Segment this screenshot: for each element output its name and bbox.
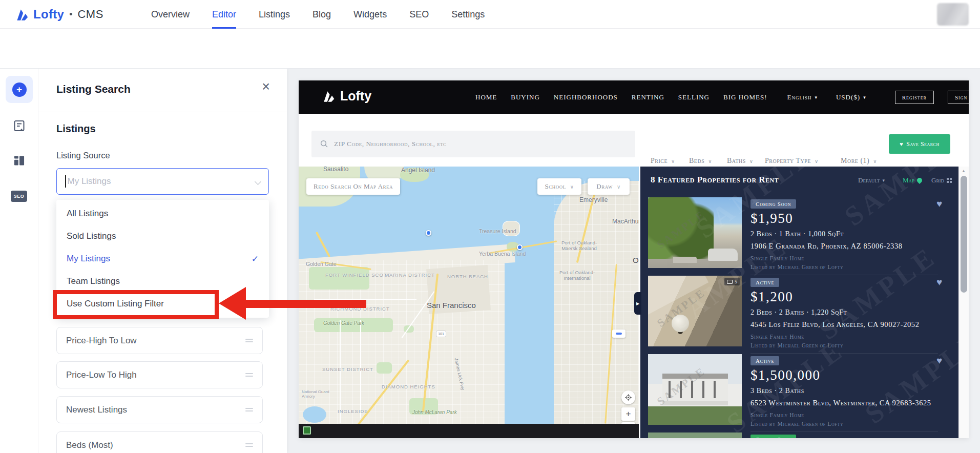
user-avatar[interactable] bbox=[937, 3, 969, 26]
scrollbar-thumb[interactable] bbox=[961, 176, 967, 293]
close-icon[interactable]: × bbox=[262, 80, 270, 94]
site-currency-selector[interactable]: USD($) ▾ bbox=[836, 93, 866, 101]
cms-editor-screen: Lofty • CMS Overview Editor Listings Blo… bbox=[0, 0, 980, 453]
sort-card-price-high-low[interactable]: Price-High To Low bbox=[56, 327, 263, 354]
photo-count-badge: 5 bbox=[724, 278, 740, 285]
sort-card-beds[interactable]: Beds (Most) bbox=[56, 431, 263, 453]
filter-label: Price bbox=[651, 157, 668, 165]
add-widget-button[interactable]: + bbox=[6, 76, 33, 103]
photos-icon bbox=[727, 280, 733, 284]
results-heading: 8 Featured Properties for Rent bbox=[651, 175, 779, 185]
site-nav-buying[interactable]: BUYING bbox=[511, 93, 540, 101]
sort-card-price-low-high[interactable]: Price-Low To High bbox=[56, 361, 263, 388]
site-search-row: ZIP Code, Neighborhood, School, etc Pric… bbox=[299, 114, 969, 167]
pages-icon[interactable] bbox=[12, 119, 26, 135]
cms-nav-listings[interactable]: Listings bbox=[259, 0, 290, 29]
redo-search-label: Redo Search On Map Area bbox=[314, 182, 393, 191]
layout-icon[interactable] bbox=[12, 154, 26, 170]
watermark: SAMPLE bbox=[655, 208, 708, 252]
zoom-in-button[interactable]: + bbox=[621, 407, 635, 421]
caret-down-icon: ∨ bbox=[617, 184, 621, 190]
listing-card[interactable]: 5 SAMPLE Active ♥ $1,200 2 Beds · 2 Bath… bbox=[640, 276, 958, 354]
listing-card[interactable]: SAMPLE Coming Soon ♥ $1,950 2 Beds · 1 B… bbox=[640, 197, 958, 276]
site-nav-neighborhoods[interactable]: NEIGHBORHOODS bbox=[554, 93, 618, 101]
caret-down-icon: ∨ bbox=[671, 158, 675, 164]
sort-card-newest[interactable]: Newest Listings bbox=[56, 396, 263, 423]
collapse-panel-toggle[interactable]: ▶ bbox=[634, 292, 641, 315]
menu-item-all-listings[interactable]: All Listings bbox=[56, 202, 269, 225]
status-badge: Active bbox=[750, 356, 779, 365]
filter-baths[interactable]: Baths∨ bbox=[727, 157, 754, 165]
save-search-button[interactable]: ♥ Save Search bbox=[889, 134, 950, 154]
site-nav-home[interactable]: HOME bbox=[475, 93, 497, 101]
listing-card[interactable]: SAMPLE Active ♥ $1,500,000 3 Beds · 2 Ba… bbox=[640, 354, 958, 433]
caret-down-icon: ∨ bbox=[708, 158, 712, 164]
listing-type: Single Family Home bbox=[750, 412, 804, 418]
map-view-toggle[interactable]: Map bbox=[903, 176, 922, 184]
site-nav-selling[interactable]: SELLING bbox=[678, 93, 710, 101]
school-dropdown[interactable]: School ∨ bbox=[537, 178, 581, 195]
photo-count: 5 bbox=[735, 279, 737, 284]
map-park bbox=[309, 267, 369, 290]
redo-search-button[interactable]: Redo Search On Map Area bbox=[306, 178, 400, 195]
filter-property-type[interactable]: Property Type∨ bbox=[765, 157, 819, 165]
scroll-up-arrow-icon[interactable]: ▲ bbox=[962, 169, 966, 173]
cms-nav-seo[interactable]: SEO bbox=[409, 0, 429, 29]
filter-price[interactable]: Price∨ bbox=[651, 157, 675, 165]
listing-card-partial[interactable]: Coming Soon bbox=[640, 433, 958, 438]
drag-handle-icon[interactable] bbox=[245, 372, 253, 378]
seo-tool-icon[interactable]: SEO bbox=[11, 191, 27, 202]
menu-item-label: My Listings bbox=[67, 254, 110, 264]
menu-item-sold-listings[interactable]: Sold Listings bbox=[56, 225, 269, 248]
caret-down-icon: ∨ bbox=[873, 158, 877, 164]
cms-nav-widgets[interactable]: Widgets bbox=[353, 0, 387, 29]
cms-nav-overview[interactable]: Overview bbox=[151, 0, 190, 29]
drag-handle-icon[interactable] bbox=[245, 406, 253, 413]
site-language-selector[interactable]: English ▾ bbox=[787, 93, 817, 101]
drag-handle-icon[interactable] bbox=[245, 337, 253, 344]
listing-photo bbox=[648, 433, 742, 438]
brand-separator: • bbox=[69, 9, 72, 20]
grid-view-toggle[interactable]: Grid bbox=[931, 176, 952, 184]
register-button[interactable]: Register bbox=[895, 91, 934, 104]
check-icon: ✓ bbox=[252, 254, 259, 264]
listing-source-input[interactable]: My Listings bbox=[56, 168, 269, 195]
map-attribution-icon bbox=[303, 426, 311, 435]
menu-item-my-listings[interactable]: My Listings ✓ bbox=[56, 248, 269, 270]
lofty-logo-icon bbox=[15, 8, 29, 22]
filter-beds[interactable]: Beds∨ bbox=[689, 157, 712, 165]
cms-logo[interactable]: Lofty • CMS bbox=[15, 0, 103, 29]
map-park bbox=[377, 362, 392, 374]
listing-divider bbox=[750, 431, 938, 432]
site-nav-big-homes[interactable]: BIG HOMES! bbox=[723, 93, 767, 101]
editor-rail: + SEO bbox=[0, 69, 38, 453]
filter-more[interactable]: More (1)∨ bbox=[841, 157, 877, 165]
site-nav-renting[interactable]: RENTING bbox=[632, 93, 664, 101]
listing-price: $1,950 bbox=[750, 211, 793, 226]
preview-scrollbar[interactable]: ▲ bbox=[958, 167, 969, 438]
cms-product-name: CMS bbox=[77, 8, 103, 21]
drag-handle-icon[interactable] bbox=[245, 442, 253, 448]
locate-button[interactable] bbox=[621, 390, 635, 404]
draw-label: Draw bbox=[596, 182, 613, 191]
cms-nav-editor[interactable]: Editor bbox=[212, 0, 236, 29]
signin-button[interactable]: Sign In bbox=[948, 91, 969, 104]
listing-agent: Listed by Michael Green of Lofty bbox=[750, 342, 843, 348]
draw-dropdown[interactable]: Draw ∨ bbox=[588, 178, 630, 195]
grid-toggle-label: Grid bbox=[931, 176, 944, 184]
site-logo[interactable]: Lofty bbox=[322, 89, 371, 104]
sort-card-label: Newest Listings bbox=[66, 405, 127, 415]
map-lake bbox=[303, 406, 326, 423]
favorite-heart-icon[interactable]: ♥ bbox=[936, 355, 942, 366]
favorite-heart-icon[interactable]: ♥ bbox=[936, 277, 942, 288]
status-badge: Coming Soon bbox=[750, 435, 796, 438]
caret-down-icon: ∨ bbox=[815, 158, 819, 164]
school-label: School bbox=[545, 182, 566, 191]
cms-nav-blog[interactable]: Blog bbox=[312, 0, 331, 29]
favorite-heart-icon[interactable]: ♥ bbox=[936, 198, 942, 210]
site-search-input[interactable]: ZIP Code, Neighborhood, School, etc bbox=[311, 131, 635, 157]
results-sort-dropdown[interactable]: Default ▾ bbox=[858, 176, 885, 184]
map-attribution-bar bbox=[299, 424, 639, 438]
cms-nav-settings[interactable]: Settings bbox=[451, 0, 485, 29]
map-toggle-label: Map bbox=[903, 176, 914, 184]
